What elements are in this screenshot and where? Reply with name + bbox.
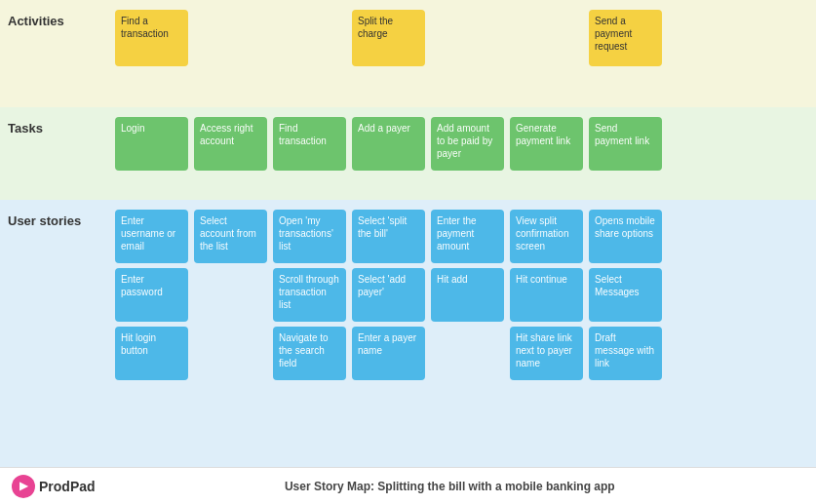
us-card-5-2[interactable]: Hit share link next to payer name <box>510 327 583 380</box>
task-card-3[interactable]: Add a payer <box>352 117 425 171</box>
tasks-col-5: Generate payment link <box>510 117 583 171</box>
activities-col-3: Split the charge <box>352 10 425 66</box>
us-card-2-0[interactable]: Open 'my transactions' list <box>273 210 346 263</box>
task-card-1[interactable]: Access right account <box>194 117 267 171</box>
us-card-2-2[interactable]: Navigate to the search field <box>273 327 346 380</box>
activities-col-1 <box>194 10 267 66</box>
section-tasks: Tasks Login Access right account Find tr… <box>0 107 816 200</box>
tasks-col-0: Login <box>115 117 188 171</box>
tasks-col-2: Find transaction <box>273 117 346 171</box>
activities-col-0: Find a transaction <box>115 10 188 66</box>
us-card-1-0[interactable]: Select account from the list <box>194 210 267 263</box>
logo: ▶ ProdPad <box>12 475 96 498</box>
us-card-5-1[interactable]: Hit continue <box>510 268 583 322</box>
task-card-2[interactable]: Find transaction <box>273 117 346 171</box>
us-card-6-0[interactable]: Opens mobile share options <box>589 210 662 263</box>
us-col-2: Open 'my transactions' list Scroll throu… <box>273 210 346 380</box>
footer-title: User Story Map: Splitting the bill with … <box>96 480 804 493</box>
us-card-5-0[interactable]: View split confirmation screen <box>510 210 583 263</box>
us-card-4-0[interactable]: Enter the payment amount <box>431 210 504 263</box>
tasks-col-3: Add a payer <box>352 117 425 171</box>
logo-icon: ▶ <box>12 475 35 498</box>
us-card-2-1[interactable]: Scroll through transaction list <box>273 268 346 322</box>
us-card-4-1[interactable]: Hit add <box>431 268 504 322</box>
sections-wrapper: Activities Find a transaction Split the … <box>0 0 816 467</box>
us-col-1: Select account from the list <box>194 210 267 380</box>
activity-card-6[interactable]: Send a payment request <box>589 10 662 66</box>
activities-col-2 <box>273 10 346 66</box>
us-card-3-0[interactable]: Select 'split the bill' <box>352 210 425 263</box>
tasks-label: Tasks <box>8 117 115 136</box>
user-stories-label: User stories <box>8 210 115 228</box>
footer: ▶ ProdPad User Story Map: Splitting the … <box>0 467 816 504</box>
activity-card-0[interactable]: Find a transaction <box>115 10 188 66</box>
us-card-3-2[interactable]: Enter a payer name <box>352 327 425 380</box>
tasks-col-1: Access right account <box>194 117 267 171</box>
activities-col-4 <box>431 10 504 66</box>
activities-cards-row: Find a transaction Split the charge <box>115 10 808 66</box>
task-card-6[interactable]: Send payment link <box>589 117 662 171</box>
us-card-6-1[interactable]: Select Messages <box>589 268 662 322</box>
us-col-6: Opens mobile share options Select Messag… <box>589 210 662 380</box>
user-stories-cards-row: Enter username or email Enter password H… <box>115 210 808 380</box>
logo-text: ProdPad <box>39 479 96 494</box>
activity-card-3[interactable]: Split the charge <box>352 10 425 66</box>
us-card-0-1[interactable]: Enter password <box>115 268 188 322</box>
us-card-0-0[interactable]: Enter username or email <box>115 210 188 263</box>
main-container: Activities Find a transaction Split the … <box>0 0 816 504</box>
tasks-cards-row: Login Access right account Find transact… <box>115 117 808 171</box>
us-col-5: View split confirmation screen Hit conti… <box>510 210 583 380</box>
tasks-col-4: Add amount to be paid by payer <box>431 117 504 171</box>
task-card-5[interactable]: Generate payment link <box>510 117 583 171</box>
activities-col-5 <box>510 10 583 66</box>
us-card-3-1[interactable]: Select 'add payer' <box>352 268 425 322</box>
section-user-stories: User stories Enter username or email Ent… <box>0 200 816 467</box>
task-card-4[interactable]: Add amount to be paid by payer <box>431 117 504 171</box>
us-card-6-2[interactable]: Draft message with link <box>589 327 662 380</box>
task-card-0[interactable]: Login <box>115 117 188 171</box>
activities-label: Activities <box>8 10 115 28</box>
us-col-4: Enter the payment amount Hit add <box>431 210 504 380</box>
us-card-0-2[interactable]: Hit login button <box>115 327 188 380</box>
us-col-3: Select 'split the bill' Select 'add paye… <box>352 210 425 380</box>
section-activities: Activities Find a transaction Split the … <box>0 0 816 107</box>
activities-col-6: Send a payment request <box>589 10 662 66</box>
us-col-0: Enter username or email Enter password H… <box>115 210 188 380</box>
tasks-col-6: Send payment link <box>589 117 662 171</box>
